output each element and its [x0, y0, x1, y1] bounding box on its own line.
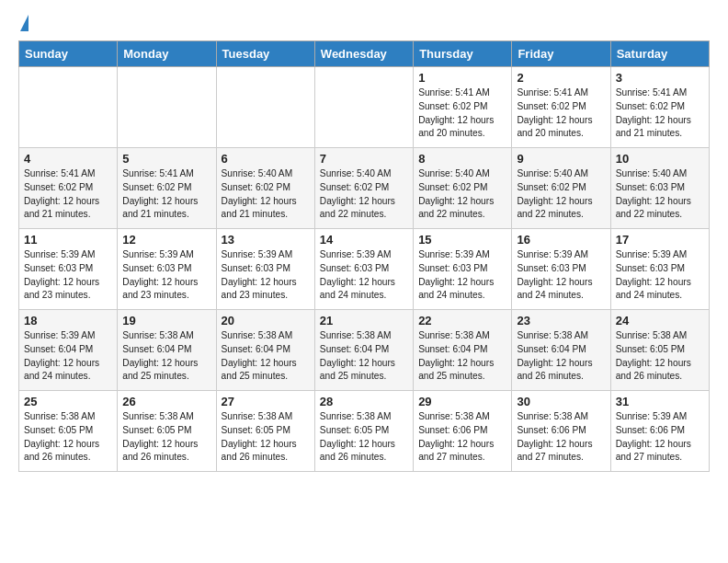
- day-number: 13: [222, 233, 310, 247]
- calendar-header-tuesday: Tuesday: [216, 41, 314, 67]
- calendar-cell: 21Sunrise: 5:38 AM Sunset: 6:04 PM Dayli…: [314, 310, 413, 391]
- day-number: 7: [320, 152, 408, 166]
- day-info: Sunrise: 5:38 AM Sunset: 6:04 PM Dayligh…: [122, 329, 210, 384]
- calendar-cell: 6Sunrise: 5:40 AM Sunset: 6:02 PM Daylig…: [216, 148, 314, 229]
- day-info: Sunrise: 5:39 AM Sunset: 6:03 PM Dayligh…: [418, 248, 506, 303]
- calendar-week-row: 4Sunrise: 5:41 AM Sunset: 6:02 PM Daylig…: [19, 148, 710, 229]
- calendar-cell: [314, 67, 413, 148]
- calendar-cell: 30Sunrise: 5:38 AM Sunset: 6:06 PM Dayli…: [512, 391, 610, 472]
- day-number: 6: [222, 152, 310, 166]
- day-number: 2: [517, 71, 605, 85]
- day-info: Sunrise: 5:41 AM Sunset: 6:02 PM Dayligh…: [418, 86, 506, 141]
- day-info: Sunrise: 5:40 AM Sunset: 6:03 PM Dayligh…: [616, 167, 704, 222]
- calendar-header-sunday: Sunday: [19, 41, 118, 67]
- day-info: Sunrise: 5:38 AM Sunset: 6:06 PM Dayligh…: [517, 410, 605, 465]
- day-info: Sunrise: 5:38 AM Sunset: 6:05 PM Dayligh…: [24, 410, 112, 465]
- calendar-week-row: 25Sunrise: 5:38 AM Sunset: 6:05 PM Dayli…: [19, 391, 710, 472]
- day-info: Sunrise: 5:41 AM Sunset: 6:02 PM Dayligh…: [616, 86, 704, 141]
- day-info: Sunrise: 5:39 AM Sunset: 6:03 PM Dayligh…: [122, 248, 210, 303]
- calendar-cell: 29Sunrise: 5:38 AM Sunset: 6:06 PM Dayli…: [414, 391, 512, 472]
- day-number: 11: [24, 233, 112, 247]
- logo: [18, 15, 28, 31]
- calendar-header-wednesday: Wednesday: [314, 41, 413, 67]
- day-number: 20: [222, 314, 310, 327]
- day-number: 19: [122, 314, 210, 327]
- day-number: 5: [122, 152, 210, 166]
- day-number: 17: [616, 233, 704, 247]
- day-info: Sunrise: 5:38 AM Sunset: 6:05 PM Dayligh…: [122, 410, 210, 465]
- calendar-cell: 2Sunrise: 5:41 AM Sunset: 6:02 PM Daylig…: [512, 67, 610, 148]
- calendar-cell: 3Sunrise: 5:41 AM Sunset: 6:02 PM Daylig…: [610, 67, 709, 148]
- calendar-header-row: SundayMondayTuesdayWednesdayThursdayFrid…: [19, 41, 710, 67]
- day-number: 31: [616, 395, 704, 408]
- day-info: Sunrise: 5:39 AM Sunset: 6:03 PM Dayligh…: [24, 248, 112, 303]
- calendar-week-row: 18Sunrise: 5:39 AM Sunset: 6:04 PM Dayli…: [19, 310, 710, 391]
- logo-triangle-icon: [20, 15, 28, 31]
- day-info: Sunrise: 5:38 AM Sunset: 6:04 PM Dayligh…: [418, 329, 506, 384]
- calendar-cell: 14Sunrise: 5:39 AM Sunset: 6:03 PM Dayli…: [314, 229, 413, 310]
- calendar-cell: 9Sunrise: 5:40 AM Sunset: 6:02 PM Daylig…: [512, 148, 610, 229]
- calendar-cell: 31Sunrise: 5:39 AM Sunset: 6:06 PM Dayli…: [610, 391, 709, 472]
- calendar-cell: 23Sunrise: 5:38 AM Sunset: 6:04 PM Dayli…: [512, 310, 610, 391]
- calendar-cell: 25Sunrise: 5:38 AM Sunset: 6:05 PM Dayli…: [19, 391, 118, 472]
- calendar-cell: 8Sunrise: 5:40 AM Sunset: 6:02 PM Daylig…: [414, 148, 512, 229]
- day-number: 16: [517, 233, 605, 247]
- day-number: 8: [418, 152, 506, 166]
- day-info: Sunrise: 5:41 AM Sunset: 6:02 PM Dayligh…: [122, 167, 210, 222]
- calendar-cell: 4Sunrise: 5:41 AM Sunset: 6:02 PM Daylig…: [19, 148, 118, 229]
- calendar-cell: 15Sunrise: 5:39 AM Sunset: 6:03 PM Dayli…: [414, 229, 512, 310]
- calendar-cell: 17Sunrise: 5:39 AM Sunset: 6:03 PM Dayli…: [610, 229, 709, 310]
- day-info: Sunrise: 5:38 AM Sunset: 6:04 PM Dayligh…: [320, 329, 408, 384]
- day-number: 24: [616, 314, 704, 327]
- calendar-cell: 18Sunrise: 5:39 AM Sunset: 6:04 PM Dayli…: [19, 310, 118, 391]
- day-info: Sunrise: 5:41 AM Sunset: 6:02 PM Dayligh…: [517, 86, 605, 141]
- calendar-cell: 27Sunrise: 5:38 AM Sunset: 6:05 PM Dayli…: [216, 391, 314, 472]
- day-number: 18: [24, 314, 112, 327]
- day-info: Sunrise: 5:39 AM Sunset: 6:03 PM Dayligh…: [616, 248, 704, 303]
- calendar-header-saturday: Saturday: [610, 41, 709, 67]
- day-number: 15: [418, 233, 506, 247]
- calendar-cell: 26Sunrise: 5:38 AM Sunset: 6:05 PM Dayli…: [118, 391, 216, 472]
- calendar-header-friday: Friday: [512, 41, 610, 67]
- calendar-table: SundayMondayTuesdayWednesdayThursdayFrid…: [18, 40, 710, 472]
- calendar-cell: [216, 67, 314, 148]
- calendar-cell: 1Sunrise: 5:41 AM Sunset: 6:02 PM Daylig…: [414, 67, 512, 148]
- day-number: 23: [517, 314, 605, 327]
- day-number: 21: [320, 314, 408, 327]
- day-number: 29: [418, 395, 506, 408]
- calendar-cell: 28Sunrise: 5:38 AM Sunset: 6:05 PM Dayli…: [314, 391, 413, 472]
- day-number: 25: [24, 395, 112, 408]
- day-info: Sunrise: 5:38 AM Sunset: 6:04 PM Dayligh…: [517, 329, 605, 384]
- calendar-cell: 7Sunrise: 5:40 AM Sunset: 6:02 PM Daylig…: [314, 148, 413, 229]
- calendar-cell: 22Sunrise: 5:38 AM Sunset: 6:04 PM Dayli…: [414, 310, 512, 391]
- day-info: Sunrise: 5:40 AM Sunset: 6:02 PM Dayligh…: [222, 167, 310, 222]
- calendar-cell: 10Sunrise: 5:40 AM Sunset: 6:03 PM Dayli…: [610, 148, 709, 229]
- day-number: 9: [517, 152, 605, 166]
- calendar-cell: 24Sunrise: 5:38 AM Sunset: 6:05 PM Dayli…: [610, 310, 709, 391]
- day-info: Sunrise: 5:38 AM Sunset: 6:05 PM Dayligh…: [222, 410, 310, 465]
- day-info: Sunrise: 5:38 AM Sunset: 6:05 PM Dayligh…: [320, 410, 408, 465]
- day-info: Sunrise: 5:40 AM Sunset: 6:02 PM Dayligh…: [418, 167, 506, 222]
- day-number: 10: [616, 152, 704, 166]
- day-number: 30: [517, 395, 605, 408]
- calendar-cell: [118, 67, 216, 148]
- calendar-cell: 12Sunrise: 5:39 AM Sunset: 6:03 PM Dayli…: [118, 229, 216, 310]
- day-info: Sunrise: 5:39 AM Sunset: 6:03 PM Dayligh…: [517, 248, 605, 303]
- day-info: Sunrise: 5:39 AM Sunset: 6:04 PM Dayligh…: [24, 329, 112, 384]
- day-number: 4: [24, 152, 112, 166]
- calendar-cell: 20Sunrise: 5:38 AM Sunset: 6:04 PM Dayli…: [216, 310, 314, 391]
- calendar-cell: 16Sunrise: 5:39 AM Sunset: 6:03 PM Dayli…: [512, 229, 610, 310]
- day-number: 22: [418, 314, 506, 327]
- day-number: 26: [122, 395, 210, 408]
- day-info: Sunrise: 5:38 AM Sunset: 6:06 PM Dayligh…: [418, 410, 506, 465]
- day-info: Sunrise: 5:39 AM Sunset: 6:06 PM Dayligh…: [616, 410, 704, 465]
- day-info: Sunrise: 5:39 AM Sunset: 6:03 PM Dayligh…: [320, 248, 408, 303]
- page-header: [18, 15, 710, 31]
- calendar-week-row: 11Sunrise: 5:39 AM Sunset: 6:03 PM Dayli…: [19, 229, 710, 310]
- day-info: Sunrise: 5:38 AM Sunset: 6:05 PM Dayligh…: [616, 329, 704, 384]
- day-number: 14: [320, 233, 408, 247]
- day-info: Sunrise: 5:41 AM Sunset: 6:02 PM Dayligh…: [24, 167, 112, 222]
- calendar-cell: 5Sunrise: 5:41 AM Sunset: 6:02 PM Daylig…: [118, 148, 216, 229]
- calendar-cell: 11Sunrise: 5:39 AM Sunset: 6:03 PM Dayli…: [19, 229, 118, 310]
- calendar-week-row: 1Sunrise: 5:41 AM Sunset: 6:02 PM Daylig…: [19, 67, 710, 148]
